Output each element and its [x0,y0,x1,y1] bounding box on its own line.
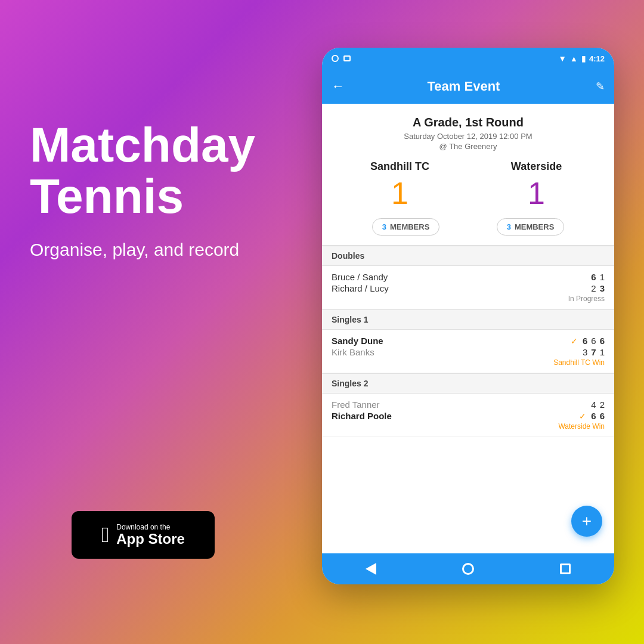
home-members-label: MEMBERS [390,222,429,231]
status-left-icons [332,55,351,62]
status-circle-icon [332,55,339,62]
away-team: Waterside 1 [468,160,605,209]
status-bar: ▼ ▲ ▮ 4:12 [322,48,614,69]
nav-recent-button[interactable] [550,554,580,584]
away-team-name: Waterside [468,160,605,173]
event-venue: @ The Greenery [332,142,605,151]
match-singles2-row2: Richard Poole ✓ 6 6 [332,411,605,421]
score-fred-tanner: 4 2 [591,400,605,410]
bottom-nav [322,553,614,584]
player-kirk-banks: Kirk Banks [332,347,374,357]
teams-row: Sandhill TC 1 Waterside 1 [332,160,605,209]
winner-check-icon: ✓ [571,336,578,346]
player-sandy-dune: Sandy Dune [332,336,383,346]
fab-button[interactable]: + [571,506,602,537]
player-richard-lucy: Richard / Lucy [332,283,389,293]
matches-list: Doubles Bruce / Sandy 6 1 Richard / Lucy… [322,246,614,553]
phone-mockup: ▼ ▲ ▮ 4:12 ← Team Event ✎ A Grade, 1st R… [322,48,614,584]
home-team-name: Sandhill TC [332,160,468,173]
home-members-button[interactable]: 3 MEMBERS [372,218,440,236]
match-doubles-1[interactable]: Bruce / Sandy 6 1 Richard / Lucy 2 3 [322,266,614,309]
app-title: Matchday Tennis [30,119,256,222]
members-row: 3 MEMBERS 3 MEMBERS [332,218,605,236]
home-members-count: 3 [382,222,386,231]
score-kirk-banks: 3 7 1 [583,347,605,357]
section-doubles: Doubles [322,246,614,266]
player-fred-tanner: Fred Tanner [332,400,380,410]
player-bruce-sandy: Bruce / Sandy [332,272,388,282]
match-row-player2: Richard / Lucy 2 3 [332,283,605,293]
store-name-label: App Store [116,531,185,547]
left-panel: Matchday Tennis Organise, play, and reco… [30,119,256,260]
status-square-icon [343,55,351,61]
match-singles1[interactable]: Sandy Dune ✓ 6 6 6 Kirk Banks 3 7 [322,330,614,373]
winner2-check-icon: ✓ [579,411,586,421]
phone-content: A Grade, 1st Round Saturday October 12, … [322,104,614,584]
match-singles2[interactable]: Fred Tanner 4 2 Richard Poole ✓ 6 6 [322,394,614,437]
appstore-text: Download on the App Store [116,523,185,547]
content-area: A Grade, 1st Round Saturday October 12, … [322,104,614,553]
signal-icon: ▲ [570,54,578,63]
singles1-status: Sandhill TC Win [332,358,605,367]
score-sandy-dune: ✓ 6 6 6 [571,336,605,346]
nav-back-button[interactable] [356,554,386,584]
player-richard-poole: Richard Poole [332,411,392,421]
download-on-label: Download on the [116,523,185,531]
battery-icon: ▮ [581,54,586,63]
recent-nav-icon [560,564,571,574]
app-subtitle: Organise, play, and record [30,240,256,260]
away-members-button[interactable]: 3 MEMBERS [497,218,565,236]
status-time: 4:12 [589,54,605,63]
match-singles1-row2: Kirk Banks 3 7 1 [332,347,605,357]
nav-home-button[interactable] [453,554,483,584]
score-bruce-sandy: 6 1 [591,272,605,282]
home-team: Sandhill TC 1 [332,160,468,209]
away-members-label: MEMBERS [515,222,554,231]
section-singles2: Singles 2 [322,373,614,394]
doubles-status: In Progress [332,295,605,303]
app-bar: ← Team Event ✎ [322,69,614,104]
status-right-icons: ▼ ▲ ▮ 4:12 [558,54,605,63]
match-singles2-row1: Fred Tanner 4 2 [332,400,605,410]
section-singles1: Singles 1 [322,309,614,330]
away-team-score: 1 [468,178,605,209]
event-date: Saturday October 12, 2019 12:00 PM [332,132,605,141]
match-row-player1: Bruce / Sandy 6 1 [332,272,605,282]
wifi-icon: ▼ [558,54,566,63]
away-members-count: 3 [507,222,511,231]
score-richard-lucy: 2 3 [591,283,605,293]
back-nav-icon [366,563,376,575]
apple-icon:  [101,524,109,546]
edit-button[interactable]: ✎ [596,80,605,93]
event-header: A Grade, 1st Round Saturday October 12, … [322,104,614,246]
appstore-badge[interactable]:  Download on the App Store [72,511,215,559]
screen-title: Team Event [354,79,573,94]
singles2-status: Waterside Win [332,422,605,431]
home-nav-icon [462,563,474,575]
back-button[interactable]: ← [332,79,345,94]
event-grade: A Grade, 1st Round [332,116,605,129]
match-singles1-row1: Sandy Dune ✓ 6 6 6 [332,336,605,346]
score-richard-poole: ✓ 6 6 [579,411,605,421]
home-team-score: 1 [332,178,468,209]
